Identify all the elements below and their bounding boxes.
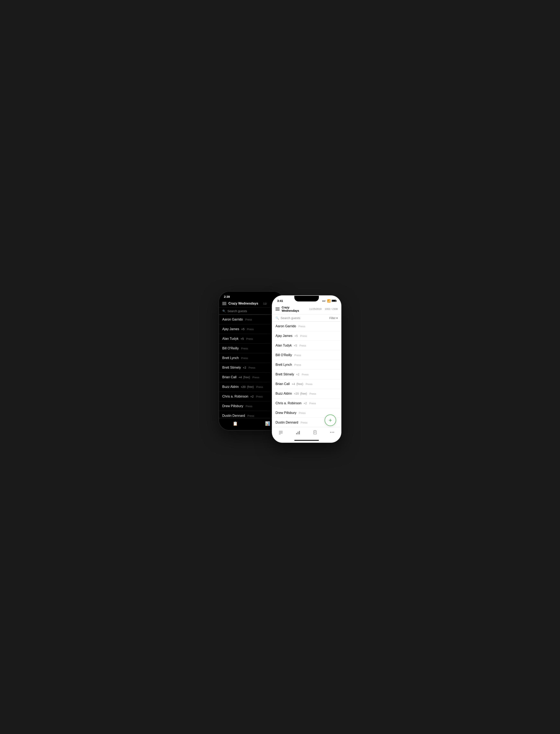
list-item[interactable]: Buzz Aldrin +20 (free) Press: [272, 389, 341, 399]
time-right: 3:41: [277, 299, 283, 302]
more-dots-icon: •••: [330, 431, 335, 434]
svg-rect-1: [279, 432, 283, 432]
tab-more[interactable]: •••: [327, 430, 337, 435]
status-icons-right: 📶: [322, 299, 336, 302]
guest-name: Bill O'Reilly: [275, 353, 292, 357]
title-left: Crazy Wednesdays: [228, 302, 261, 305]
battery-icon: [332, 299, 336, 302]
tab-clipboard[interactable]: [310, 429, 320, 436]
svg-rect-5: [298, 432, 298, 435]
guest-tag: Press: [255, 386, 263, 389]
header-right: Crazy Wednesdays 11/25/2019 1002 / 2308: [272, 304, 341, 314]
list-item[interactable]: Bill O'Reilly Press: [272, 350, 341, 360]
guest-free: (free): [246, 385, 254, 389]
search-placeholder-right[interactable]: Search guests: [281, 316, 328, 320]
title-right: Crazy Wednesdays: [282, 306, 307, 312]
date-right: 11/25/2019: [309, 307, 322, 310]
guest-name: Alan Tudyk: [222, 337, 238, 340]
guest-tag: Press: [300, 421, 307, 424]
guest-tag: Press: [299, 344, 306, 347]
guest-tag: Press: [248, 366, 255, 369]
svg-rect-4: [296, 433, 297, 435]
guest-name: Brian Call: [222, 376, 236, 379]
tab-stats[interactable]: [293, 429, 303, 436]
guest-tag: Press: [298, 325, 305, 328]
guest-tag: Press: [252, 376, 259, 379]
guest-tag: Press: [294, 363, 301, 366]
guest-name: Dustin Dennard: [222, 414, 245, 418]
guest-tag: Press: [305, 383, 313, 386]
time-left: 2:39: [224, 295, 230, 298]
guest-name: Brett Lynch: [275, 363, 292, 366]
guest-plus: +2: [242, 366, 246, 369]
list-item[interactable]: Brian Call +4 (free) Press: [272, 379, 341, 389]
hamburger-right[interactable]: [275, 307, 280, 310]
guest-free: (free): [299, 392, 307, 395]
search-bar-right: 🔍 Search guests Filter ▾: [272, 314, 341, 321]
list-item[interactable]: Brett Stimely +2 Press: [272, 370, 341, 379]
guest-plus: +5: [240, 337, 244, 340]
svg-rect-2: [279, 433, 283, 433]
guest-plus: +20: [240, 385, 246, 389]
guest-name: Drew Pillsbury: [222, 404, 243, 408]
signal-icon: [322, 300, 326, 301]
guest-plus: +4: [291, 383, 295, 386]
svg-rect-0: [279, 431, 283, 431]
search-icon-left: 🔍: [222, 309, 226, 313]
filter-chevron: ▾: [336, 316, 338, 320]
guest-tag: Press: [308, 402, 316, 405]
guest-name: Ajay James: [275, 334, 292, 338]
notch-left: [239, 292, 264, 297]
guest-plus: +2: [295, 373, 299, 376]
guest-tag: Press: [294, 354, 301, 357]
phones-container: 2:39 Crazy Wednesdays 11/ 🔍 Search guest…: [219, 291, 341, 443]
count-right: 1002 / 2308: [325, 307, 338, 310]
svg-rect-9: [314, 432, 316, 432]
fab-icon: +: [329, 418, 332, 423]
guest-name: Brett Stimely: [275, 373, 294, 376]
list-item[interactable]: Aaron Garrido Press: [272, 321, 341, 331]
hamburger-left[interactable]: [222, 302, 226, 305]
guest-name: Dustin Dennard: [275, 421, 298, 424]
search-icon-right: 🔍: [275, 316, 279, 320]
guest-tag: Press: [301, 373, 309, 376]
filter-button[interactable]: Filter ▾: [329, 316, 338, 320]
tab-list[interactable]: 📋: [230, 420, 240, 427]
tab-icon: 📋: [233, 421, 238, 426]
svg-rect-6: [299, 431, 300, 435]
tab-stats[interactable]: 📊: [263, 420, 273, 427]
clipboard-icon: [313, 430, 317, 435]
list-icon: [279, 430, 283, 435]
guest-name: Buzz Aldrin: [275, 392, 292, 396]
svg-rect-8: [314, 430, 316, 431]
list-item[interactable]: Brett Lynch Press: [272, 360, 341, 370]
guest-name: Buzz Aldrin: [222, 385, 239, 389]
guest-tag: Press: [309, 392, 316, 395]
guest-plus: +2: [303, 402, 307, 405]
guest-name: Chris a. Robinson: [222, 395, 248, 398]
filter-label: Filter: [329, 316, 336, 320]
notch-right: [294, 296, 319, 301]
fab-button[interactable]: +: [325, 415, 336, 426]
svg-rect-10: [314, 433, 315, 433]
tab-icon: 📊: [265, 421, 270, 426]
list-item[interactable]: Ajay James +5 Press: [272, 331, 341, 341]
guest-tag: Press: [240, 356, 248, 359]
guest-tag: Press: [246, 328, 254, 331]
guest-name: Brian Call: [275, 382, 290, 386]
guest-tag: Press: [245, 405, 252, 408]
guest-name: Ajay James: [222, 327, 239, 331]
guest-plus: +5: [293, 344, 297, 347]
guest-name: Aaron Garrido: [222, 317, 243, 321]
list-item[interactable]: Chris a. Robinson +2 Press: [272, 399, 341, 408]
guest-free: (free): [296, 383, 303, 386]
tab-list[interactable]: [276, 429, 286, 436]
guest-tag: Press: [255, 395, 263, 398]
guest-tag: Press: [298, 412, 306, 415]
guest-plus: +4: [238, 376, 242, 379]
date-left: 11/: [263, 302, 267, 305]
guest-name: Bill O'Reilly: [222, 346, 239, 350]
guest-free: (free): [242, 376, 250, 379]
guest-name: Aaron Garrido: [275, 324, 296, 328]
list-item[interactable]: Alan Tudyk +5 Press: [272, 341, 341, 350]
